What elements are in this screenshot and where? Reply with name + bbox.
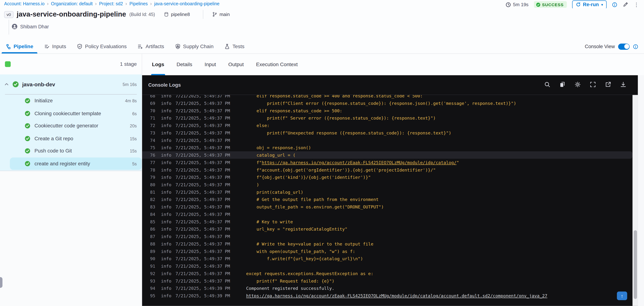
scrollbar-thumb[interactable] — [634, 230, 637, 299]
log-text-segment: obj = response.json() — [246, 145, 311, 150]
log-tab-input[interactable]: Input — [204, 54, 216, 75]
log-level: info — [161, 263, 171, 268]
tab-label: Tests — [232, 44, 244, 50]
log-line-number: 77 — [146, 160, 155, 165]
log-timestamp: 7/21/2025, 5:49:37 PM — [176, 212, 244, 217]
stage-tree: java-onb-dev 5m 16s Initialize4m 8sCloni… — [0, 75, 142, 171]
log-level: info — [161, 130, 171, 135]
pipeline-icon — [6, 44, 11, 49]
log-text: url_key = "registeredCatalogEntity" — [246, 227, 348, 231]
log-row: 87info7/21/2025, 5:49:37 PM — [142, 233, 632, 240]
log-line-number: 73 — [146, 130, 155, 135]
drawer-handle[interactable] — [0, 277, 2, 288]
log-level: info — [161, 278, 171, 283]
tab-artifacts[interactable]: Artifacts — [138, 40, 164, 54]
log-text-segment: print(catalog_url) — [246, 189, 303, 194]
log-link[interactable]: https://qa.harness.io/ng/account/zEaak-F… — [246, 293, 547, 298]
search-icon[interactable] — [544, 81, 550, 89]
stage-row[interactable]: java-onb-dev 5m 16s — [0, 75, 142, 94]
pipeline-ref-chip[interactable]: pipeline8 — [164, 12, 190, 17]
info-icon[interactable] — [612, 2, 617, 7]
console-title: Console Logs — [148, 82, 181, 88]
step-create-and-register-entity[interactable]: create and register entity5s — [10, 157, 142, 170]
chevron-up-icon[interactable] — [4, 82, 9, 87]
step-label: Cookiecutter code generator — [34, 123, 130, 129]
step-duration: 15s — [130, 148, 137, 153]
log-line-number: 87 — [146, 234, 155, 239]
log-line-number: 81 — [146, 189, 155, 194]
kebab-menu-icon[interactable]: ⋮ — [634, 2, 639, 8]
branch-chip[interactable]: main — [212, 12, 230, 17]
log-timestamp: 7/21/2025, 5:49:37 PM — [176, 234, 244, 239]
rerun-button[interactable]: Re-run ▾ — [572, 0, 606, 9]
step-cookiecutter-code-generator[interactable]: Cookiecutter code generator20s — [0, 120, 142, 132]
breadcrumb-item-project-sd2[interactable]: Project: sd2 — [99, 1, 123, 6]
log-timestamp: 7/21/2025, 5:49:37 PM — [176, 249, 244, 254]
stage-panel-header: 1 stage — [0, 54, 142, 74]
stage-duration: 5m 16s — [123, 82, 137, 87]
log-text: ) — [246, 182, 259, 187]
log-text-segment: except requests.exceptions.RequestExcept… — [246, 271, 373, 276]
edit-icon[interactable] — [622, 2, 628, 8]
log-text: elif response.status_code >= 500: — [246, 108, 342, 113]
check-circle-icon — [25, 123, 30, 129]
tab-tests[interactable]: Tests — [224, 40, 244, 54]
breadcrumb-item-pipelines[interactable]: Pipelines — [130, 1, 148, 6]
tab-label: Policy Evaluations — [85, 44, 127, 50]
step-duration: 20s — [130, 123, 137, 128]
timeline-connector — [9, 20, 9, 35]
breadcrumb-item-java-service-onboarding-pipeline[interactable]: java-service-onboarding-pipeline — [154, 1, 220, 6]
log-row: 91info7/21/2025, 5:49:37 PM — [142, 262, 632, 270]
log-line-number: 94 — [146, 286, 155, 291]
caret-down-icon: ▾ — [601, 3, 603, 6]
tab-policy-evaluations[interactable]: Policy Evaluations — [77, 40, 127, 54]
log-line-number: 89 — [146, 249, 155, 254]
tab-inputs[interactable]: Inputs — [44, 40, 66, 54]
log-link[interactable]: https://qa.harness.io/ng/account/zEaak-F… — [262, 160, 456, 165]
tab-pipeline[interactable]: Pipeline — [6, 40, 33, 54]
step-create-a-git-repo[interactable]: Create a Git repo15s — [0, 132, 142, 145]
breadcrumb-item-organization-default[interactable]: Organization: default — [51, 1, 93, 6]
log-timestamp: 7/21/2025, 5:49:37 PM — [176, 182, 244, 187]
log-text-segment: elif response.status_code >= 400 and res… — [246, 95, 423, 98]
breadcrumb-item-account-harness-io[interactable]: Account: Harness.io — [4, 1, 45, 6]
log-text: f.write(f"{url_key}={catalog_url}\n") — [246, 256, 363, 261]
console-header: Console Logs — [142, 75, 638, 95]
step-cloning-cookiecutter-template[interactable]: Cloning cookiecutter template6s — [0, 107, 142, 120]
log-text-segment: f" — [246, 160, 262, 165]
log-line-number: 70 — [146, 108, 155, 113]
log-row: 70info7/21/2025, 5:49:37 PM elif respons… — [142, 107, 632, 114]
console-view-toggle[interactable] — [618, 44, 630, 50]
log-tab-details[interactable]: Details — [176, 54, 192, 75]
open-new-icon[interactable] — [605, 81, 611, 89]
refresh-icon — [576, 2, 581, 7]
scroll-to-top-button[interactable]: ↑ — [617, 291, 627, 300]
info-icon[interactable] — [633, 44, 638, 49]
console-scrollbar[interactable] — [632, 95, 638, 306]
log-line-number: 86 — [146, 227, 155, 231]
step-push-code-to-git[interactable]: Push code to Git15s — [0, 145, 142, 157]
breadcrumb-separator: › — [150, 1, 152, 6]
copy-icon[interactable] — [560, 81, 566, 89]
log-tab-logs[interactable]: Logs — [152, 54, 164, 75]
download-icon[interactable] — [620, 81, 626, 89]
log-tab-output[interactable]: Output — [228, 54, 244, 75]
check-circle-icon — [25, 98, 30, 104]
tab-supply-chain[interactable]: Supply Chain — [175, 40, 214, 54]
log-row: 73info7/21/2025, 5:49:37 PM print(f"Unex… — [142, 129, 632, 137]
stage-status-square — [5, 61, 11, 67]
log-text-segment: print(f"Unexpected response ({response.s… — [246, 130, 451, 135]
log-text: # Get the output file path from the envi… — [246, 197, 379, 202]
breadcrumb: Account: Harness.io›Organization: defaul… — [4, 1, 220, 6]
log-row: 76info7/21/2025, 5:49:37 PM catalog_url … — [142, 151, 632, 159]
log-text: print(f" Server error ({response.status_… — [246, 116, 436, 121]
branch-label: main — [220, 12, 230, 17]
settings-icon[interactable] — [575, 81, 581, 89]
fullscreen-icon[interactable] — [590, 81, 596, 89]
log-tab-execution-context[interactable]: Execution Context — [256, 54, 298, 75]
log-line-number: 88 — [146, 241, 155, 246]
step-initialize[interactable]: Initialize4m 8s — [0, 95, 142, 107]
log-row: 95info7/21/2025, 5:49:39 PMhttps://qa.ha… — [142, 292, 632, 299]
log-timestamp: 7/21/2025, 5:49:37 PM — [176, 160, 244, 165]
log-timestamp: 7/21/2025, 5:49:37 PM — [176, 263, 244, 268]
